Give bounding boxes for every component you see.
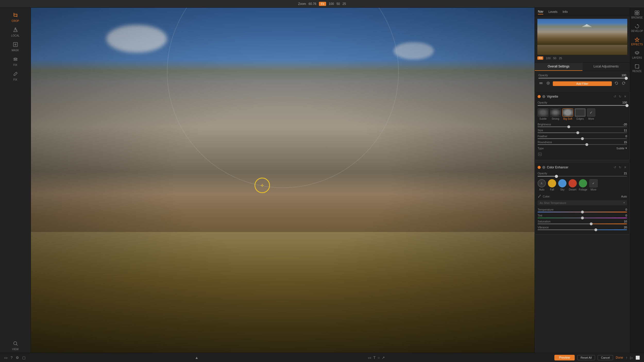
help-icon[interactable]: ? [11,356,13,360]
svg-point-12 [548,83,549,84]
vignette-opt-strong[interactable]: Strong [550,108,561,120]
color-enhancer-undo-btn[interactable]: ↻ [618,165,622,170]
tab-local-adjustments[interactable]: Local Adjustments [582,63,630,71]
export-icon[interactable]: ↗ [382,356,385,360]
fit-button[interactable]: Fit [319,2,326,6]
color-opt-foliage[interactable]: Foliage [579,179,587,191]
reset-icon-btn[interactable] [614,81,619,87]
browse-label: BROWSE [631,16,643,19]
resize-icon-btn[interactable]: RESIZE [632,64,642,73]
size-slider[interactable] [538,132,627,133]
cancel-button[interactable]: Cancel [598,355,613,360]
type-dropdown[interactable]: Subtle ▾ [616,146,627,150]
settings-icon[interactable]: ⚙ [16,356,19,360]
vignette-bigsoft-label: Big Soft [563,117,572,120]
color-enhancer-reset-btn[interactable]: ↺ [613,165,617,170]
done-button[interactable]: Done [616,356,623,359]
saturation-value: 10 [624,220,627,223]
saturation-label: Saturation [538,220,550,223]
develop-icon-btn[interactable]: DEVELOP [631,24,643,32]
effects-icon-btn[interactable]: EFFECTS [631,37,643,46]
mask-tool[interactable]: MASK [0,40,31,54]
crop-tool-icon[interactable]: ▭ [368,356,371,360]
svg-point-17 [538,197,539,198]
vibrance-slider[interactable] [538,229,627,230]
brightness-slider[interactable] [538,126,627,127]
reset-all-button[interactable]: Reset All [577,355,595,360]
color-opt-more[interactable]: ✓ More [589,179,598,191]
roundness-slider[interactable] [538,144,627,145]
share-icon[interactable]: ↑ [626,356,628,360]
color-opt-sky[interactable]: Sky [558,179,566,191]
tab-nav[interactable]: Nav [538,9,543,14]
mask-label: MASK [12,49,19,52]
tab-overall-settings[interactable]: Overall Settings [535,63,582,71]
crop-tool[interactable]: CROP [0,10,31,24]
vignette-opt-edges[interactable]: Edges [575,108,586,120]
add-filter-button[interactable]: Add Filter [553,81,612,86]
text-icon[interactable]: T [373,356,376,360]
color-opt-auto[interactable]: A Auto [538,179,546,191]
more-checkmark-icon: ✓ [590,110,593,115]
temperature-slider[interactable] [538,212,627,212]
crop-bottom-icon[interactable]: ▢ [22,356,26,360]
vignette-close-btn[interactable]: ✕ [623,94,627,99]
eyedropper-icon-btn[interactable] [538,194,542,199]
local-tool[interactable]: LOCAL [0,25,31,39]
layers-icon-btn[interactable]: LAYERS [632,50,642,59]
opacity-slider[interactable] [538,78,626,79]
feather-slider[interactable] [538,138,627,139]
adjustment-tabs: Overall Settings Local Adjustments [535,63,630,71]
zoom-50: 50 [336,2,340,6]
vignette-filter-header: Vignette ↺ ↻ ✕ [538,94,627,99]
brightness-label: Brightness [538,123,551,126]
fix-tool[interactable]: FIX [0,69,31,83]
vignette-opacity-slider[interactable] [538,105,627,106]
refine-tool[interactable]: FIX [0,54,31,68]
vignette-reset-btn[interactable]: ↺ [613,94,617,99]
panel-icon[interactable]: ▭ [4,356,7,360]
view-tool[interactable]: VIEW [0,339,31,353]
vignette-undo-btn[interactable]: ↻ [618,94,622,99]
feather-row: Feather 0 [538,135,627,139]
vignette-extra-icon-btn[interactable] [538,152,542,157]
refine-icon [13,56,18,63]
foliage-color-dot [579,179,587,187]
fix-label: FIX [13,78,18,81]
vibrance-value: 20 [624,226,627,229]
preview-toggle-btn[interactable] [546,81,551,87]
color-enhancer-opacity-slider[interactable] [538,176,627,177]
color-enhancer-close-btn[interactable]: ✕ [623,165,627,170]
roundness-row: Roundness 15 [538,141,627,145]
svg-rect-19 [637,11,639,13]
next-icon[interactable]: ▷ [630,356,633,360]
layers-icon-btn[interactable] [538,81,544,87]
sky-label: Sky [560,188,565,191]
fullscreen-icon[interactable]: ⬜ [635,356,640,360]
desert-label: Desert [569,188,576,191]
vignette-opt-subtle[interactable]: Subtle [538,108,548,120]
preview-button[interactable]: Preview [554,355,575,360]
color-enhancer-header: Color Enhancer ↺ ↻ ✕ [538,165,627,170]
saturation-slider[interactable] [538,223,627,224]
vignette-edges-label: Edges [577,117,584,120]
tab-info[interactable]: Info [563,10,568,14]
brush-icon[interactable]: ○ [378,356,380,360]
vignette-opt-more[interactable]: ✓ More [587,108,595,120]
vignette-active-dot [538,95,541,98]
vignette-vis-dot [542,95,545,98]
brightness-value: -20 [623,123,627,126]
mask-icon [13,42,18,48]
tint-slider[interactable] [538,218,627,218]
undo-icon-btn[interactable] [621,81,626,87]
browse-icon-btn[interactable]: BROWSE [631,10,643,19]
zoom-25: 25 [342,2,346,6]
color-opt-desert[interactable]: Desert [569,179,577,191]
tab-levels[interactable]: Levels [548,10,557,14]
vignette-opt-bigsoft[interactable]: Big Soft [562,108,573,120]
thumbnail-fit-button[interactable]: Fit [537,56,543,60]
crosshair-icon: ✛ [260,183,264,188]
color-enhancer-opacity-value: 21 [624,172,627,175]
up-arrow-icon[interactable]: ▲ [195,356,199,360]
color-opt-fall[interactable]: Fall [548,179,556,191]
